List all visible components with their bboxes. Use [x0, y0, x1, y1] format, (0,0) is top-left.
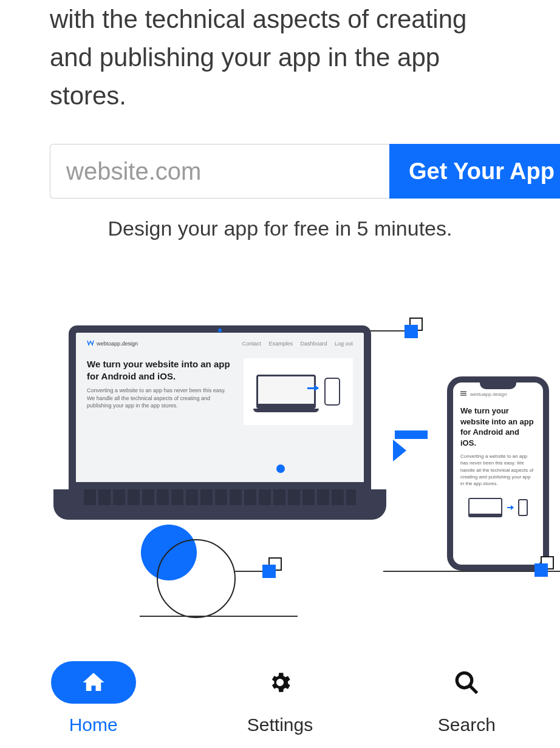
decor-line: [140, 616, 298, 617]
nav-label: Home: [69, 715, 118, 735]
nav-item-settings[interactable]: Settings: [186, 648, 373, 748]
hero-subtext: Design your app for free in 5 minutes.: [50, 217, 510, 240]
logo-icon: [87, 340, 94, 347]
menu-icon: [460, 391, 466, 397]
nav-item-search[interactable]: Search: [374, 648, 560, 748]
laptop-illustration: webtoapp.design Contact Examples Dashboa…: [50, 325, 390, 520]
laptop-camera-dot: [218, 328, 222, 332]
gear-icon: [267, 670, 293, 695]
hero-paragraph-tail: with the technical aspects of creating a…: [50, 0, 510, 115]
home-icon: [81, 670, 106, 695]
nav-label: Settings: [247, 715, 313, 735]
mock-body-text: Converting a website to an app has never…: [460, 453, 536, 487]
svg-line-1: [470, 686, 477, 693]
mock-headline: We turn your website into an app for And…: [460, 406, 536, 448]
decor-square-fill: [405, 325, 418, 338]
decor-square-fill: [262, 565, 276, 578]
hero-illustration: webtoapp.design Contact Examples Dashboa…: [50, 313, 510, 629]
decor-dot: [276, 464, 285, 473]
decor-circle-outline: [157, 539, 236, 618]
url-input-row: Get Your App: [50, 144, 510, 199]
nested-illustration: [460, 498, 536, 517]
nav-item-home[interactable]: Home: [0, 648, 186, 748]
get-your-app-button[interactable]: Get Your App: [389, 144, 560, 199]
mock-body-text: Converting a website to an app has never…: [87, 387, 231, 410]
svg-point-0: [457, 673, 473, 688]
nav-label: Search: [438, 715, 496, 735]
brand-text: webtoapp.design: [97, 341, 138, 347]
nested-illustration: [244, 358, 353, 425]
bottom-navigation: Home Settings Search: [0, 648, 560, 748]
mock-headline: We turn your website into an app for And…: [87, 358, 231, 382]
phone-illustration: webtoapp.design We turn your website int…: [447, 376, 550, 571]
search-icon: [454, 670, 479, 695]
decor-line: [383, 571, 560, 572]
arrow-icon: [395, 429, 437, 443]
decor-square-fill: [534, 563, 548, 577]
brand-text: webtoapp.design: [470, 392, 507, 397]
website-url-input[interactable]: [50, 144, 389, 199]
mock-nav: Contact Examples Dashboard Log out: [236, 341, 353, 347]
